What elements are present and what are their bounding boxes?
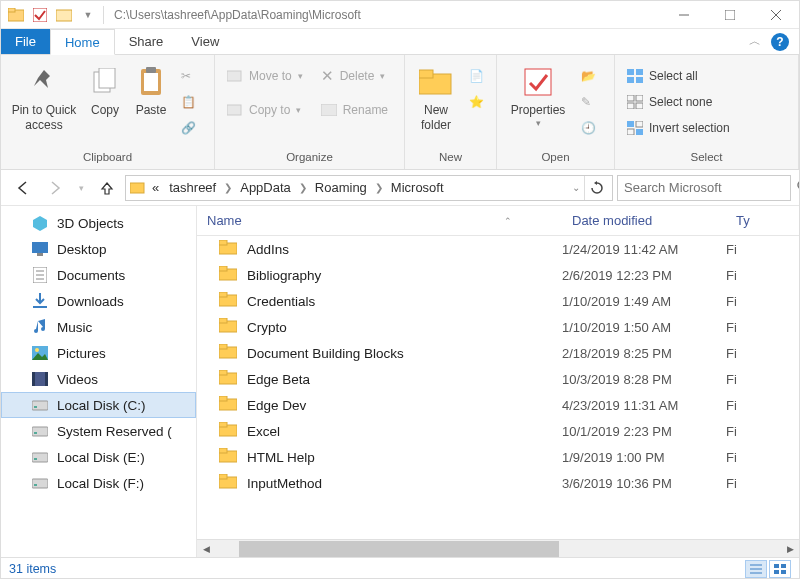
- svg-rect-54: [34, 484, 37, 486]
- file-type: Fi: [726, 320, 799, 335]
- new-folder-button[interactable]: New folder: [411, 61, 461, 149]
- edit-icon: ✎: [581, 95, 591, 109]
- sidebar-item-label: Local Disk (E:): [57, 450, 145, 465]
- file-type: Fi: [726, 476, 799, 491]
- search-input[interactable]: [624, 180, 792, 195]
- sidebar-item[interactable]: Pictures: [1, 340, 196, 366]
- file-row[interactable]: HTML Help1/9/2019 1:00 PMFi: [197, 444, 799, 470]
- open-button[interactable]: 📂: [575, 63, 602, 89]
- file-date: 4/23/2019 11:31 AM: [562, 398, 726, 413]
- horizontal-scrollbar[interactable]: ◀ ▶: [197, 539, 799, 557]
- tab-share[interactable]: Share: [115, 29, 178, 54]
- svg-rect-18: [525, 69, 551, 95]
- copy-button[interactable]: Copy: [83, 61, 127, 149]
- back-button[interactable]: [9, 174, 37, 202]
- paste-button[interactable]: Paste: [129, 61, 173, 149]
- pin-to-quick-access-button[interactable]: Pin to Quick access: [7, 61, 81, 149]
- sidebar-item[interactable]: Music: [1, 314, 196, 340]
- new-folder-icon[interactable]: [55, 6, 73, 24]
- copy-path-button[interactable]: 📋: [175, 89, 202, 115]
- up-button[interactable]: [93, 174, 121, 202]
- thumbnails-view-button[interactable]: [769, 560, 791, 578]
- edit-button[interactable]: ✎: [575, 89, 602, 115]
- file-rows[interactable]: AddIns1/24/2019 11:42 AMFiBibliography2/…: [197, 236, 799, 539]
- crumb-1[interactable]: AppData: [236, 180, 295, 195]
- invert-selection-button[interactable]: Invert selection: [621, 115, 736, 141]
- refresh-button[interactable]: [584, 176, 608, 200]
- maximize-button[interactable]: [707, 1, 753, 29]
- sidebar-item[interactable]: 3D Objects: [1, 210, 196, 236]
- sidebar-item[interactable]: Local Disk (C:): [1, 392, 196, 418]
- rename-button[interactable]: Rename: [315, 97, 394, 123]
- group-label: Open: [497, 151, 614, 169]
- new-item-button[interactable]: 📄: [463, 63, 490, 89]
- forward-button[interactable]: [41, 174, 69, 202]
- sidebar-item[interactable]: Local Disk (E:): [1, 444, 196, 470]
- paste-shortcut-button[interactable]: 🔗: [175, 115, 202, 141]
- sidebar-item[interactable]: Documents: [1, 262, 196, 288]
- recent-locations-button[interactable]: ▾: [73, 174, 89, 202]
- folder-icon: [219, 318, 237, 336]
- svg-rect-72: [219, 448, 227, 453]
- scrollbar-thumb[interactable]: [239, 541, 559, 557]
- svg-rect-81: [781, 570, 786, 574]
- sidebar-item[interactable]: System Reserved (: [1, 418, 196, 444]
- file-row[interactable]: Excel10/1/2019 2:23 PMFi: [197, 418, 799, 444]
- crumb-2[interactable]: Roaming: [311, 180, 371, 195]
- breadcrumb-overflow[interactable]: «: [148, 180, 163, 195]
- search-icon[interactable]: [796, 179, 800, 196]
- file-row[interactable]: AddIns1/24/2019 11:42 AMFi: [197, 236, 799, 262]
- window-controls: [661, 1, 799, 29]
- chevron-down-icon[interactable]: ⌄: [570, 182, 582, 193]
- folder-icon[interactable]: [7, 6, 25, 24]
- navigation-pane[interactable]: 3D ObjectsDesktopDocumentsDownloadsMusic…: [1, 206, 197, 557]
- minimize-button[interactable]: [661, 1, 707, 29]
- copy-to-button[interactable]: Copy to▾: [221, 97, 309, 123]
- file-list-pane: Name⌃ Date modified Ty AddIns1/24/2019 1…: [197, 206, 799, 557]
- details-view-button[interactable]: [745, 560, 767, 578]
- sidebar-item[interactable]: Downloads: [1, 288, 196, 314]
- tab-home[interactable]: Home: [50, 29, 115, 55]
- tab-view[interactable]: View: [177, 29, 233, 54]
- column-date[interactable]: Date modified: [562, 213, 726, 228]
- chevron-right-icon[interactable]: ❯: [373, 182, 385, 193]
- search-box[interactable]: [617, 175, 791, 201]
- file-date: 1/10/2019 1:50 AM: [562, 320, 726, 335]
- properties-icon[interactable]: [31, 6, 49, 24]
- properties-button[interactable]: Properties ▾: [503, 61, 573, 149]
- move-to-button[interactable]: Move to▾: [221, 63, 309, 89]
- select-all-button[interactable]: Select all: [621, 63, 736, 89]
- file-row[interactable]: InputMethod3/6/2019 10:36 PMFi: [197, 470, 799, 496]
- file-row[interactable]: Edge Dev4/23/2019 11:31 AMFi: [197, 392, 799, 418]
- svg-marker-34: [33, 216, 47, 231]
- sidebar-item[interactable]: Local Disk (F:): [1, 470, 196, 496]
- crumb-0[interactable]: tashreef: [165, 180, 220, 195]
- file-row[interactable]: Document Building Blocks2/18/2019 8:25 P…: [197, 340, 799, 366]
- cut-button[interactable]: ✂: [175, 63, 202, 89]
- file-name: InputMethod: [247, 476, 322, 491]
- delete-button[interactable]: ✕Delete▾: [315, 63, 394, 89]
- chevron-right-icon[interactable]: ❯: [297, 182, 309, 193]
- file-row[interactable]: Bibliography2/6/2019 12:23 PMFi: [197, 262, 799, 288]
- crumb-3[interactable]: Microsoft: [387, 180, 448, 195]
- column-type[interactable]: Ty: [726, 213, 799, 228]
- sidebar-item[interactable]: Videos: [1, 366, 196, 392]
- close-button[interactable]: [753, 1, 799, 29]
- sidebar-item[interactable]: Desktop: [1, 236, 196, 262]
- qat-dropdown-icon[interactable]: ▼: [79, 6, 97, 24]
- history-button[interactable]: 🕘: [575, 115, 602, 141]
- easy-access-button[interactable]: ⭐: [463, 89, 490, 115]
- collapse-ribbon-icon[interactable]: ︿: [749, 33, 761, 50]
- file-type: Fi: [726, 424, 799, 439]
- scroll-left-button[interactable]: ◀: [197, 540, 215, 558]
- file-row[interactable]: Credentials1/10/2019 1:49 AMFi: [197, 288, 799, 314]
- select-none-button[interactable]: Select none: [621, 89, 736, 115]
- tab-file[interactable]: File: [1, 29, 50, 54]
- help-icon[interactable]: ?: [771, 33, 789, 51]
- breadcrumb[interactable]: « tashreef ❯ AppData ❯ Roaming ❯ Microso…: [125, 175, 613, 201]
- column-name[interactable]: Name⌃: [197, 213, 562, 228]
- chevron-right-icon[interactable]: ❯: [222, 182, 234, 193]
- scroll-right-button[interactable]: ▶: [781, 540, 799, 558]
- file-row[interactable]: Edge Beta10/3/2019 8:28 PMFi: [197, 366, 799, 392]
- file-row[interactable]: Crypto1/10/2019 1:50 AMFi: [197, 314, 799, 340]
